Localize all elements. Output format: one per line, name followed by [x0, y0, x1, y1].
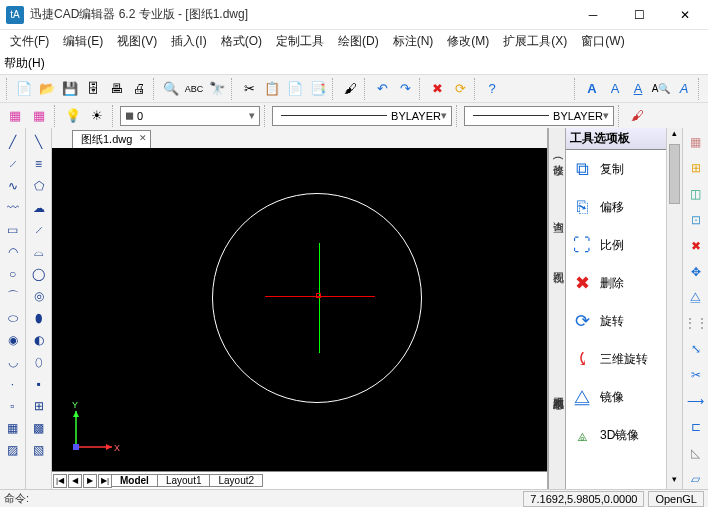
- layout-tab-1[interactable]: Layout1: [157, 474, 211, 487]
- menu-custom[interactable]: 定制工具: [270, 31, 330, 52]
- extend-icon[interactable]: ⟶: [685, 391, 707, 411]
- osnap-icon[interactable]: ⊡: [685, 210, 707, 230]
- document-tab[interactable]: 图纸1.dwg ✕: [72, 130, 151, 148]
- hatch-icon[interactable]: ▦: [2, 418, 24, 438]
- circle2-icon[interactable]: ◯: [28, 264, 50, 284]
- donut-icon[interactable]: ◉: [2, 330, 24, 350]
- palette-item-mirror3d[interactable]: ⟁3D镜像: [566, 416, 666, 454]
- side-tab-modify[interactable]: 修改(: [548, 128, 566, 188]
- menu-insert[interactable]: 插入(I): [165, 31, 212, 52]
- table-icon[interactable]: ▪: [28, 374, 50, 394]
- palette-item-rotate3d[interactable]: ⤹三维旋转: [566, 340, 666, 378]
- side-tab-view[interactable]: 视图: [548, 238, 566, 288]
- mirror-right-icon[interactable]: ⧋: [685, 288, 707, 308]
- linetype-dropdown[interactable]: BYLAYER ▾: [272, 106, 452, 126]
- break-icon[interactable]: ⊏: [685, 417, 707, 437]
- menu-file[interactable]: 文件(F): [4, 31, 55, 52]
- arc-icon[interactable]: ◠: [2, 242, 24, 262]
- fillet-icon[interactable]: ◺: [685, 443, 707, 463]
- layout-tab-2[interactable]: Layout2: [209, 474, 263, 487]
- delete-icon[interactable]: ✖: [426, 78, 448, 100]
- snap-icon[interactable]: ⊞: [685, 158, 707, 178]
- save-icon[interactable]: 💾: [59, 78, 81, 100]
- text-a2-icon[interactable]: A: [604, 78, 626, 100]
- paste-icon[interactable]: 📄: [284, 78, 306, 100]
- color-pick-icon[interactable]: 🖌: [626, 105, 648, 127]
- nav-first-icon[interactable]: |◀: [53, 474, 67, 488]
- move-icon[interactable]: ✥: [685, 262, 707, 282]
- match-icon[interactable]: 🖌: [339, 78, 361, 100]
- text-find-icon[interactable]: A🔍: [650, 78, 672, 100]
- layer-dropdown[interactable]: ◼ 0 ▾: [120, 106, 260, 126]
- layout-tab-model[interactable]: Model: [111, 474, 158, 487]
- layer-manager-icon[interactable]: ▦: [4, 105, 26, 127]
- command-prompt[interactable]: 命令:: [4, 491, 519, 506]
- close-button[interactable]: ✕: [662, 0, 708, 30]
- spell-icon[interactable]: ABC: [183, 78, 205, 100]
- nav-next-icon[interactable]: ▶: [83, 474, 97, 488]
- ellipse-icon[interactable]: ⬭: [2, 308, 24, 328]
- xline-icon[interactable]: ╲: [28, 132, 50, 152]
- palette-item-delete[interactable]: ✖删除: [566, 264, 666, 302]
- solid-icon[interactable]: ▧: [28, 440, 50, 460]
- redo-icon[interactable]: ↷: [394, 78, 416, 100]
- arc3-icon[interactable]: ⌓: [28, 242, 50, 262]
- mtext-icon[interactable]: ⊞: [28, 396, 50, 416]
- menu-format[interactable]: 格式(O): [215, 31, 268, 52]
- minimize-button[interactable]: ─: [570, 0, 616, 30]
- arc2-icon[interactable]: ⌒: [2, 286, 24, 306]
- scrollbar-thumb[interactable]: [669, 144, 680, 204]
- ray-icon[interactable]: ⟋: [2, 154, 24, 174]
- side-tab-inquiry[interactable]: 查询: [548, 188, 566, 238]
- revcloud-icon[interactable]: ☁: [28, 198, 50, 218]
- cut-icon[interactable]: ✂: [238, 78, 260, 100]
- maximize-button[interactable]: ☐: [616, 0, 662, 30]
- menu-modify[interactable]: 修改(M): [441, 31, 495, 52]
- palette-item-scale[interactable]: ⛶比例: [566, 226, 666, 264]
- new-icon[interactable]: 📄: [13, 78, 35, 100]
- grid-icon[interactable]: ▦: [685, 132, 707, 152]
- palette-item-copy[interactable]: ⧉复制: [566, 150, 666, 188]
- menu-help[interactable]: 帮助(H): [4, 55, 45, 72]
- saveall-icon[interactable]: 🗄: [82, 78, 104, 100]
- 3dpoly-icon[interactable]: ⟋: [28, 220, 50, 240]
- lineweight-dropdown[interactable]: BYLAYER ▾: [464, 106, 614, 126]
- erase-icon[interactable]: ✖: [685, 236, 707, 256]
- nav-last-icon[interactable]: ▶|: [98, 474, 112, 488]
- gradient-icon[interactable]: ▨: [2, 440, 24, 460]
- polygon-icon[interactable]: ⬠: [28, 176, 50, 196]
- menu-dimension[interactable]: 标注(N): [387, 31, 440, 52]
- array-icon[interactable]: ⋮⋮: [685, 313, 707, 333]
- palette-item-offset[interactable]: ⎘偏移: [566, 188, 666, 226]
- side-tab-3dorbit[interactable]: 三维动态观察: [548, 288, 566, 489]
- help-icon[interactable]: ?: [481, 78, 503, 100]
- menu-draw[interactable]: 绘图(D): [332, 31, 385, 52]
- open-icon[interactable]: 📂: [36, 78, 58, 100]
- refresh-icon[interactable]: ⟳: [449, 78, 471, 100]
- wipeout-icon[interactable]: ⬯: [28, 352, 50, 372]
- trim-icon[interactable]: ✂: [685, 365, 707, 385]
- palette-item-mirror[interactable]: ⧋镜像: [566, 378, 666, 416]
- stretch-icon[interactable]: ⤡: [685, 339, 707, 359]
- menu-view[interactable]: 视图(V): [111, 31, 163, 52]
- polyline-icon[interactable]: ∿: [2, 176, 24, 196]
- undo-icon[interactable]: ↶: [371, 78, 393, 100]
- circle-icon[interactable]: ○: [2, 264, 24, 284]
- text-style-icon[interactable]: A: [581, 78, 603, 100]
- bulb-on-icon[interactable]: 💡: [62, 105, 84, 127]
- menu-window[interactable]: 窗口(W): [575, 31, 630, 52]
- spline-icon[interactable]: 〰: [2, 198, 24, 218]
- drawing-viewport[interactable]: X Y: [52, 148, 547, 471]
- paste-special-icon[interactable]: 📑: [307, 78, 329, 100]
- point-icon[interactable]: ·: [2, 374, 24, 394]
- rectangle-icon[interactable]: ▭: [2, 220, 24, 240]
- ring-icon[interactable]: ◎: [28, 286, 50, 306]
- preview-icon[interactable]: 🖨: [128, 78, 150, 100]
- chamfer-icon[interactable]: ▱: [685, 469, 707, 489]
- ortho-icon[interactable]: ◫: [685, 184, 707, 204]
- boundary-icon[interactable]: ◐: [28, 330, 50, 350]
- mline-icon[interactable]: ≡: [28, 154, 50, 174]
- binoculars-icon[interactable]: 🔭: [206, 78, 228, 100]
- ellipse-arc-icon[interactable]: ◡: [2, 352, 24, 372]
- region-icon[interactable]: ⬮: [28, 308, 50, 328]
